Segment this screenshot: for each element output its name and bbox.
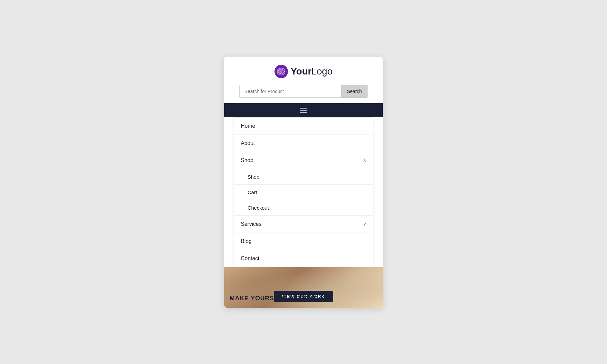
phone-container: YourLogo Search Home About Shop ∧ [224,57,383,308]
site-header: YourLogo Search [224,57,383,103]
menu-subitem-shop-label: Shop [248,174,259,180]
hamburger-line-2 [300,110,307,111]
hamburger-line-1 [300,108,307,109]
menu-subitem-cart-label: Cart [248,189,257,195]
menu-item-shop[interactable]: Shop ∧ [234,152,373,169]
menu-subitem-shop[interactable]: Shop [234,169,373,185]
menu-item-home[interactable]: Home [234,118,373,135]
dropdown-menu: Home About Shop ∧ Shop Cart Checkout Ser… [234,117,373,267]
hero-text: MAKE YOURSELF AT HOME [230,295,318,302]
menu-item-contact[interactable]: Contact [234,250,373,267]
menu-item-home-label: Home [241,123,255,129]
menu-item-services[interactable]: Services ∨ [234,216,373,233]
logo-light: Logo [312,66,333,77]
logo-bold: Your [291,66,312,77]
hamburger-line-3 [300,112,307,113]
menu-subitem-checkout-label: Checkout [248,205,269,211]
search-input[interactable] [239,85,341,98]
menu-item-shop-label: Shop [241,157,253,163]
menu-item-contact-label: Contact [241,255,259,262]
menu-subitem-cart[interactable]: Cart [234,185,373,200]
menu-subitem-checkout[interactable]: Checkout [234,200,373,216]
search-button[interactable]: Search [341,85,368,98]
chevron-up-icon: ∧ [363,158,366,163]
logo-area: YourLogo [274,65,333,78]
menu-item-about[interactable]: About [234,135,373,152]
hero-section: MAKE YOURSELF AT HOME VIEW OUR WORK [224,267,383,308]
hamburger-menu-button[interactable] [300,108,307,113]
logo-icon [274,65,288,78]
menu-item-about-label: About [241,140,255,146]
menu-item-blog-label: Blog [241,238,252,244]
search-bar: Search [239,85,368,98]
logo-text: YourLogo [291,66,333,77]
nav-bar [224,103,383,117]
chevron-down-icon: ∨ [363,222,366,226]
menu-item-services-label: Services [241,221,261,227]
menu-item-blog[interactable]: Blog [234,233,373,250]
